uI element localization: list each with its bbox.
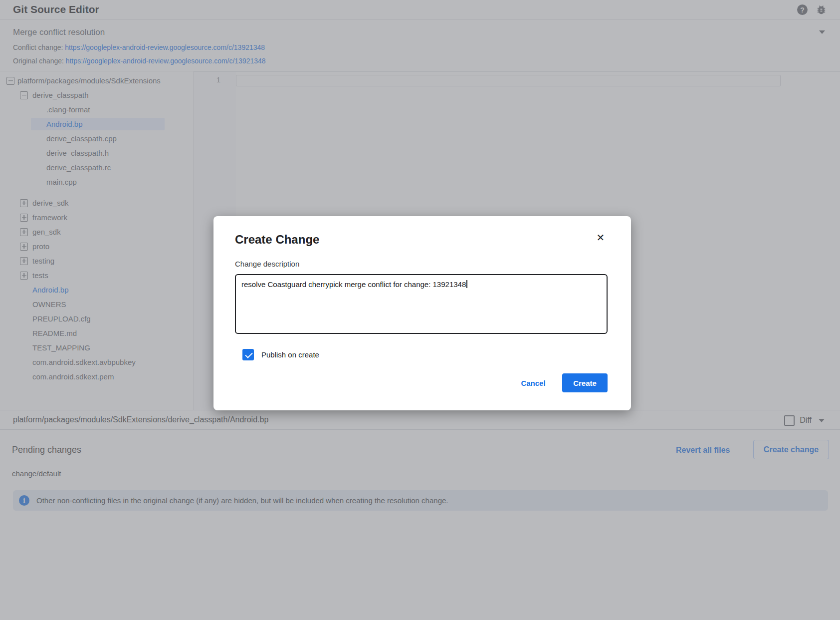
cancel-button[interactable]: Cancel (513, 375, 554, 391)
publish-on-create-row[interactable]: Publish on create (242, 349, 319, 360)
change-description-label: Change description (235, 260, 299, 268)
publish-checkbox-label: Publish on create (261, 350, 319, 359)
text-cursor (466, 280, 467, 288)
change-description-input[interactable]: resolve Coastguard cherrypick merge conf… (235, 274, 608, 334)
create-change-dialog: Create Change ✕ Change description resol… (213, 216, 631, 410)
git-source-editor-app: Git Source Editor ? Merge conflict resol… (0, 0, 840, 620)
publish-checkbox[interactable] (242, 349, 254, 360)
change-description-value: resolve Coastguard cherrypick merge conf… (241, 280, 466, 289)
create-button[interactable]: Create (562, 373, 608, 392)
close-icon[interactable]: ✕ (592, 229, 610, 247)
dialog-title: Create Change (235, 233, 319, 247)
